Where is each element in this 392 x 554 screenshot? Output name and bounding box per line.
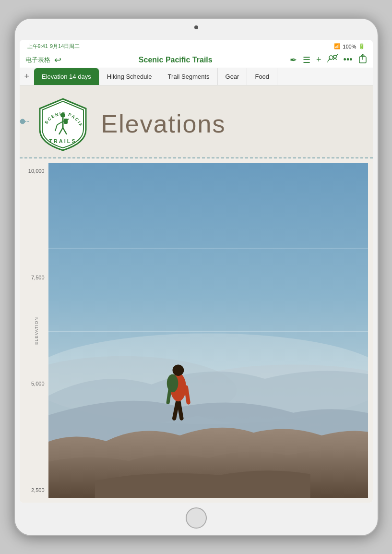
row-indicator: [20, 119, 29, 124]
document-title: Scenic Pacific Trails: [61, 56, 290, 64]
toolbar: 电子表格 ↩ Scenic Pacific Trails ✒ ☰ +: [20, 52, 373, 68]
tab-bar: + Elevation 14 days Hiking Schedule Trai…: [20, 68, 373, 85]
add-button[interactable]: +: [316, 55, 321, 65]
time: 上午9:41: [27, 43, 48, 50]
collaborate-button[interactable]: [327, 54, 338, 65]
svg-point-24: [172, 364, 184, 376]
screen: 上午9:41 9月14日周二 📶 100% 🔋 电子表格 ↩ Scenic Pa…: [20, 40, 373, 503]
battery-icon: 🔋: [358, 43, 365, 49]
share-button[interactable]: [358, 54, 367, 66]
status-right: 📶 100% 🔋: [334, 43, 365, 49]
tab-trail-segments[interactable]: Trail Segments: [160, 68, 218, 85]
toolbar-left: 电子表格 ↩: [25, 55, 61, 65]
tab-food[interactable]: Food: [247, 68, 277, 85]
sheet-header: SCENIC PACIFIC TRAILS Elevations: [20, 85, 373, 158]
status-bar: 上午9:41 9月14日周二 📶 100% 🔋: [20, 40, 373, 52]
pen-tool-button[interactable]: ✒: [290, 55, 297, 65]
format-button[interactable]: ☰: [303, 55, 310, 65]
toolbar-right: ✒ ☰ + •••: [290, 54, 367, 66]
tab-hiking[interactable]: Hiking Schedule: [99, 68, 160, 85]
chart-area: ELEVATION 10,000 7,500 5,000 2,500: [20, 158, 373, 503]
undo-button[interactable]: ↩: [54, 55, 61, 65]
y-value-7500: 7,500: [31, 275, 45, 280]
y-axis: ELEVATION 10,000 7,500 5,000 2,500: [20, 163, 48, 498]
y-value-5000: 5,000: [31, 381, 45, 386]
chart-image: [48, 163, 368, 498]
svg-line-25: [186, 387, 188, 403]
sheet-title: Elevations: [101, 109, 226, 138]
y-axis-label: ELEVATION: [34, 316, 39, 344]
svg-point-1: [333, 55, 336, 58]
hiker-photo: [48, 163, 368, 498]
home-button[interactable]: [186, 507, 207, 529]
svg-line-2: [336, 54, 338, 56]
svg-line-26: [168, 387, 170, 403]
tab-gear[interactable]: Gear: [218, 68, 248, 85]
more-button[interactable]: •••: [344, 55, 353, 65]
y-value-2500: 2,500: [31, 487, 45, 493]
battery: 100%: [343, 44, 356, 49]
svg-point-4: [20, 119, 25, 124]
svg-rect-13: [64, 119, 68, 124]
back-label[interactable]: 电子表格: [25, 56, 50, 64]
tab-elevation[interactable]: Elevation 14 days: [34, 68, 99, 85]
status-left: 上午9:41 9月14日周二: [27, 43, 80, 50]
ipad-frame: 上午9:41 9月14日周二 📶 100% 🔋 电子表格 ↩ Scenic Pa…: [14, 18, 379, 536]
logo-badge: SCENIC PACIFIC TRAILS: [34, 95, 92, 153]
date: 9月14日周二: [50, 43, 80, 50]
wifi-icon: 📶: [334, 43, 341, 49]
camera-dot: [194, 25, 198, 29]
y-value-10000: 10,000: [28, 168, 45, 174]
sheet-content: SCENIC PACIFIC TRAILS Elevations ELEVATI…: [20, 85, 373, 503]
add-sheet-button[interactable]: +: [20, 68, 35, 85]
svg-text:TRAILS: TRAILS: [49, 138, 77, 144]
